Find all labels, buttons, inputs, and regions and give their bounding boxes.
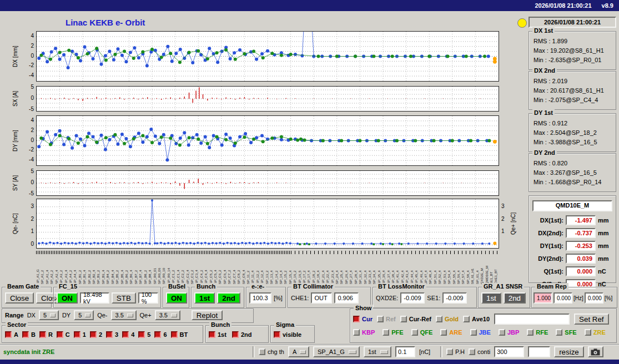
show-cur-checkbox[interactable]: Cur — [353, 316, 373, 322]
che1-label: CHE1: — [291, 295, 309, 301]
dy-1st-max: Max : 2.504@SP_18_2 — [534, 128, 612, 138]
sector-4-checkbox[interactable]: 4 — [122, 331, 134, 338]
bpm-monitor-group: QMD10E_M DX(1st): -1.497 mm DX(2nd): -0.… — [529, 195, 616, 283]
checkbox-box — [383, 329, 389, 336]
sector-b-checkbox[interactable]: B — [22, 331, 36, 338]
interval-input[interactable] — [494, 346, 524, 357]
show-zre-checkbox[interactable]: ZRE — [585, 329, 606, 336]
sector-3-checkbox[interactable]: 3 — [106, 331, 118, 338]
sx-axis-ticks: 50-5 — [19, 86, 35, 112]
fc15-group: FC_15 ON 18.498 kV STB 100 % — [53, 287, 161, 308]
se1-display: -0.009 — [442, 292, 467, 304]
dx-1st-max: Max : 19.202@S8_61_H1 — [534, 46, 612, 55]
acquisition-controls: P.H conti resize — [440, 346, 603, 357]
sector-c-checkbox[interactable]: C — [57, 331, 70, 338]
show-rfe-checkbox[interactable]: RFE — [527, 329, 548, 336]
resize-button[interactable]: resize — [554, 346, 584, 357]
beam-gate-close-1-button[interactable]: Close — [5, 292, 34, 304]
show-gold-checkbox[interactable]: Gold — [436, 316, 459, 322]
che1-value-display: 0.906 — [334, 292, 359, 304]
conti-checkbox[interactable]: conti — [469, 348, 490, 355]
bunch-2nd-checkbox[interactable]: 2nd — [232, 331, 252, 338]
sector-5-checkbox[interactable]: 5 — [138, 331, 150, 338]
checkbox-box — [138, 331, 145, 338]
dropdown-indicator — [300, 350, 306, 354]
range-qe-minus-select[interactable]: 3.5 — [111, 310, 137, 320]
beam-gate-group: Beam Gate Close Close — [2, 287, 52, 308]
show-qfe-checkbox[interactable]: QFE — [411, 329, 433, 336]
show-kbp-checkbox[interactable]: KBP — [353, 329, 375, 336]
threshold-input[interactable] — [395, 346, 415, 357]
sector-select[interactable]: A — [288, 346, 309, 357]
show-pfe-checkbox[interactable]: PFE — [383, 329, 403, 336]
dropdown-indicator — [127, 314, 133, 317]
fc15-stb-button[interactable]: STB — [112, 292, 136, 304]
range-dy-label: DY — [62, 312, 71, 318]
show-are-checkbox[interactable]: ARE — [440, 329, 462, 336]
range-qep-label: Qe+ — [140, 312, 152, 318]
dy-2nd-rms: RMS : 0.820 — [534, 159, 612, 168]
beam-rep-pct-display: 0.000 — [585, 292, 603, 304]
show-ref-checkbox[interactable]: Ref — [377, 316, 396, 322]
dx-orbit-plot-panel: DX [mm] 420-2-4 — [11, 31, 522, 82]
screenshot-button[interactable] — [588, 346, 603, 357]
dy-axis-label: DY [mm] — [11, 115, 19, 166]
bt-collimator-title: BT Collimator — [291, 283, 335, 290]
gr-snsr-2nd-button[interactable]: 2nd — [504, 292, 526, 304]
fc15-kv-display: 18.498 kV — [80, 292, 109, 304]
checkbox-box — [436, 316, 442, 322]
dx-2nd-max: Max : 20.617@S8_61_H1 — [534, 86, 612, 95]
checkbox-box — [106, 331, 113, 338]
ee-ratio-group: e-:e- 100.3 [%] — [246, 287, 286, 308]
q-1st-value: 0.000 — [566, 266, 596, 276]
aux-input[interactable] — [528, 346, 550, 357]
fc15-on-button[interactable]: ON — [57, 292, 78, 304]
sx-plot — [36, 86, 499, 112]
dx-2nd-min: Min : -2.075@SP_C4_4 — [534, 95, 612, 105]
checkbox-box — [232, 331, 239, 338]
show-title: Show — [354, 305, 373, 311]
sector-6-checkbox[interactable]: 6 — [154, 331, 167, 338]
bunch-1st-checkbox[interactable]: 1st — [209, 331, 227, 338]
show-sfe-checkbox[interactable]: SFE — [556, 329, 576, 336]
checkbox-box — [171, 331, 178, 338]
page-title: Linac KEKB e- Orbit — [66, 18, 145, 27]
se1-label: SE1: — [427, 295, 440, 301]
busel-on-button[interactable]: ON — [166, 292, 187, 304]
dy-axis-ticks: 420-2-4 — [19, 115, 35, 166]
bottom-border — [0, 360, 619, 364]
dx-1st-rms: RMS : 1.899 — [534, 37, 612, 46]
replot-button[interactable]: Replot — [192, 310, 223, 320]
bunch-2nd-button[interactable]: 2nd — [217, 292, 240, 304]
show-jbp-checkbox[interactable]: JBP — [499, 329, 519, 336]
sector-bt-checkbox[interactable]: BT — [171, 331, 188, 338]
threshold-unit: [nC] — [419, 348, 430, 355]
range-dx-select[interactable]: 5 — [39, 310, 59, 320]
set-ref-button[interactable]: Set Ref — [574, 314, 608, 325]
bunch-select[interactable]: 1st — [364, 346, 391, 357]
sector-a-checkbox[interactable]: A — [5, 331, 18, 338]
checkbox-box — [353, 316, 360, 322]
ref-file-input[interactable] — [494, 314, 570, 325]
separator — [440, 346, 442, 357]
range-qe-plus-select[interactable]: 3.5 — [155, 310, 180, 320]
dx-2nd-rms: RMS : 2.019 — [534, 77, 612, 86]
q-plot — [36, 199, 499, 249]
beam-rep-hz-set-display: 1.000 — [534, 292, 552, 304]
checkbox-box — [209, 331, 215, 338]
sigma-visible-checkbox[interactable]: visible — [274, 331, 301, 338]
ph-checkbox[interactable]: P.H — [446, 348, 465, 355]
show-cur-ref-checkbox[interactable]: Cur-Ref — [400, 316, 431, 322]
sector-2-checkbox[interactable]: 2 — [90, 331, 102, 338]
bpm-select[interactable]: SP_A1_G — [313, 346, 360, 357]
qxd2e-label: QXD2E: — [376, 295, 398, 301]
checkbox-box — [57, 331, 63, 338]
bunch-1st-button[interactable]: 1st — [194, 292, 215, 304]
sector-1-checkbox[interactable]: 1 — [74, 331, 86, 338]
range-dy-select[interactable]: 5 — [74, 310, 94, 320]
chg-th-checkbox[interactable]: chg th — [259, 348, 284, 355]
sector-r-checkbox[interactable]: R — [39, 331, 53, 338]
gr-snsr-1st-button[interactable]: 1st — [481, 292, 501, 304]
show-jbe-checkbox[interactable]: JBE — [470, 329, 491, 336]
show-ave10-checkbox[interactable]: Ave10 — [463, 316, 490, 322]
